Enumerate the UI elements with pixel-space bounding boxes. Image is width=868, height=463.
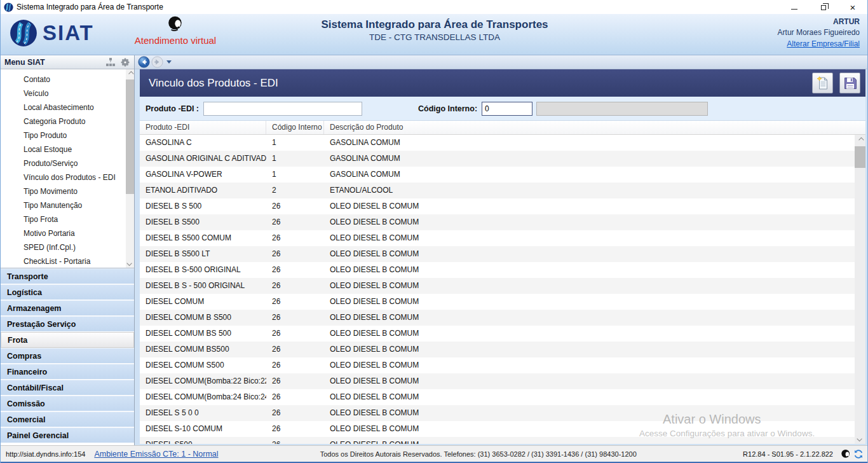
table-row[interactable]: DIESEL COMUM B S50026OLEO DIESEL B COMUM [140, 310, 855, 326]
change-company-link[interactable]: Alterar Empresa/Filial [787, 39, 860, 48]
table-row[interactable]: DIESEL B S 50026OLEO DIESEL B COMUM [140, 198, 855, 214]
table-row[interactable]: DIESEL COMUM(Bomba:22 Bico:22)26OLEO DIE… [140, 373, 855, 389]
table-cell: 26 [266, 326, 324, 342]
codigo-interno-label: Código Interno: [418, 104, 477, 113]
sidebar-item-local-abastecimento[interactable]: Local Abastecimento [1, 100, 134, 114]
sidebar-section-financeiro[interactable]: Financeiro [1, 364, 134, 380]
back-button[interactable] [138, 56, 150, 68]
table-row[interactable]: ETANOL ADITIVADO2ETANOL/ALCOOL [140, 183, 855, 198]
table-row[interactable]: GASOLINA ORIGINAL C ADITIVADA1GASOLINA C… [140, 151, 855, 167]
sidebar-item-tipo-frota[interactable]: Tipo Frota [1, 212, 134, 226]
sidebar-item-tipo-manutencao[interactable]: Tipo Manutenção [1, 198, 134, 212]
table-row[interactable]: DIESEL B S500 COMUM26OLEO DIESEL B COMUM [140, 230, 855, 246]
table-row[interactable]: DIESEL COMUM(Bomba:24 Bico:24)26OLEO DIE… [140, 389, 855, 405]
sidebar-item-tipo-movimento[interactable]: Tipo Movimento [1, 184, 134, 198]
column-header-descricao[interactable]: Descrição do Produto [324, 121, 865, 134]
table-row[interactable]: DIESEL COMUM BS50026OLEO DIESEL B COMUM [140, 342, 855, 357]
sidebar-scrollbar[interactable] [126, 69, 134, 268]
table-cell: DIESEL COMUM(Bomba:24 Bico:24) [140, 389, 266, 405]
table-cell: 26 [266, 342, 324, 357]
sidebar-section-comissao[interactable]: Comissão [1, 396, 134, 411]
headset-icon[interactable] [841, 449, 851, 459]
sidebar-item-checklist-portaria[interactable]: CheckList - Portaria [1, 254, 134, 268]
sidebar-section-comercial[interactable]: Comercial [1, 411, 134, 427]
sidebar-section-painel-gerencial[interactable]: Painel Gerencial [1, 427, 134, 443]
table-cell: OLEO DIESEL B COMUM [324, 278, 855, 294]
sidebar-section-transporte[interactable]: Transporte [1, 268, 134, 284]
sidebar-item-local-estoque[interactable]: Local Estoque [1, 142, 134, 156]
forward-button[interactable] [151, 56, 163, 68]
table-cell: DIESEL COMUM B S500 [140, 310, 266, 326]
table-cell: DIESEL COMUM BS 500 [140, 326, 266, 342]
main-area: Vinculo dos Produtos - EDI [135, 55, 867, 445]
column-header-codigo-interno[interactable]: Código Interno [266, 121, 324, 134]
scroll-up-arrow[interactable] [126, 69, 134, 78]
sidebar-section-prestacao-servico[interactable]: Prestação Serviço [1, 316, 134, 332]
scroll-up-arrow[interactable] [855, 135, 865, 145]
table-cell: 2 [266, 183, 324, 198]
chevron-down-icon [126, 261, 132, 266]
produto-edi-input[interactable] [203, 102, 362, 116]
table-row[interactable]: GASOLINA V-POWER1GASOLINA COMUM [140, 167, 855, 183]
nav-dropdown-arrow[interactable] [166, 60, 172, 64]
table-cell: OLEO DIESEL B COMUM [324, 389, 855, 405]
sidebar-item-motivo-portaria[interactable]: Motivo Portaria [1, 226, 134, 240]
table-row[interactable]: DIESEL B S - 500 ORIGINAL26OLEO DIESEL B… [140, 278, 855, 294]
table-row[interactable]: GASOLINA C1GASOLINA COMUM [140, 135, 855, 151]
table-cell: 26 [266, 294, 324, 310]
scrollbar-thumb[interactable] [126, 79, 134, 194]
sidebar-item-categoria-produto[interactable]: Categoria Produto [1, 114, 134, 128]
table-row[interactable]: DIESEL COMUM26OLEO DIESEL B COMUM [140, 294, 855, 310]
sync-icon[interactable] [853, 449, 864, 459]
new-record-button[interactable] [812, 73, 833, 93]
table-row[interactable]: DIESEL COMUM S50026OLEO DIESEL B COMUM [140, 357, 855, 373]
scroll-down-arrow[interactable] [855, 434, 865, 444]
virtual-assistant-label: Atendimento virtual [128, 35, 223, 46]
sidebar-section-contabil-fiscal[interactable]: Contábil/Fiscal [1, 380, 134, 396]
sidebar-item-veiculo[interactable]: Veículo [1, 86, 134, 100]
table-cell: OLEO DIESEL B COMUM [324, 198, 855, 214]
virtual-assistant-button[interactable]: Atendimento virtual [128, 15, 223, 46]
restore-button[interactable] [809, 0, 838, 14]
sidebar-item-tipo-produto[interactable]: Tipo Produto [1, 128, 134, 142]
sidebar-item-vinculo-dos-produtos-edi[interactable]: Vínculo dos Produtos - EDI [1, 170, 134, 184]
close-button[interactable]: × [838, 0, 867, 14]
scroll-down-arrow[interactable] [126, 259, 134, 268]
scrollbar-thumb[interactable] [855, 146, 865, 168]
sidebar-section-frota[interactable]: Frota [1, 332, 134, 348]
table-scrollbar[interactable] [855, 135, 865, 444]
sidebar-item-produto-servico[interactable]: Produto/Serviço [1, 156, 134, 170]
codigo-interno-input[interactable] [482, 102, 532, 116]
user-block: ARTUR Artur Moraes Figueiredo Alterar Em… [778, 17, 860, 50]
sidebar-section-compras[interactable]: Compras [1, 348, 134, 364]
table-row[interactable]: DIESEL B S500 LT26OLEO DIESEL B COMUM [140, 246, 855, 262]
siat-logo-icon [4, 3, 13, 12]
sidebar-item-contato[interactable]: Contato [1, 73, 134, 86]
table-cell: 26 [266, 246, 324, 262]
table-cell: 26 [266, 437, 324, 444]
chevron-up-icon [128, 71, 133, 76]
sidebar-sections: TransporteLogísticaArmazenagemPrestação … [1, 268, 134, 443]
sidebar-section-armazenagem[interactable]: Armazenagem [1, 300, 134, 316]
gear-icon[interactable] [120, 57, 130, 67]
version-text: R12.84 - S01.95 - 2.1.22.822 [743, 450, 833, 458]
save-button[interactable] [839, 73, 860, 93]
sidebar-item-sped-inf-cpl[interactable]: SPED (Inf.Cpl.) [1, 240, 134, 254]
sidebar-header: Menu SIAT [1, 55, 134, 69]
sidebar-menu-list: ContatoVeículoLocal AbastecimentoCategor… [1, 69, 134, 268]
table-cell: DIESEL B S 500 [140, 198, 266, 214]
ambiente-cte-link[interactable]: Ambiente Emissão CTe: 1 - Normal [94, 450, 218, 459]
company-name: TDE - CTG TRANSDELLAS LTDA [244, 32, 625, 42]
column-header-produto-edi[interactable]: Produto -EDI [140, 121, 266, 134]
table-row[interactable]: DIESEL B S-500 ORIGINAL26OLEO DIESEL B C… [140, 262, 855, 278]
sitemap-icon[interactable] [105, 57, 116, 67]
sidebar-section-logistica[interactable]: Logística [1, 284, 134, 300]
table-row[interactable]: DIESEL COMUM BS 50026OLEO DIESEL B COMUM [140, 326, 855, 342]
siat-logo: SIAT [10, 19, 94, 47]
minimize-button[interactable] [780, 0, 809, 14]
table-cell: DIESEL B S500 LT [140, 246, 266, 262]
table-cell: 26 [266, 421, 324, 437]
table-row[interactable]: DIESEL B S50026OLEO DIESEL B COMUM [140, 214, 855, 230]
server-url: http://siat.dyndns.info:154 [6, 450, 85, 458]
chevron-down-icon [857, 436, 862, 441]
